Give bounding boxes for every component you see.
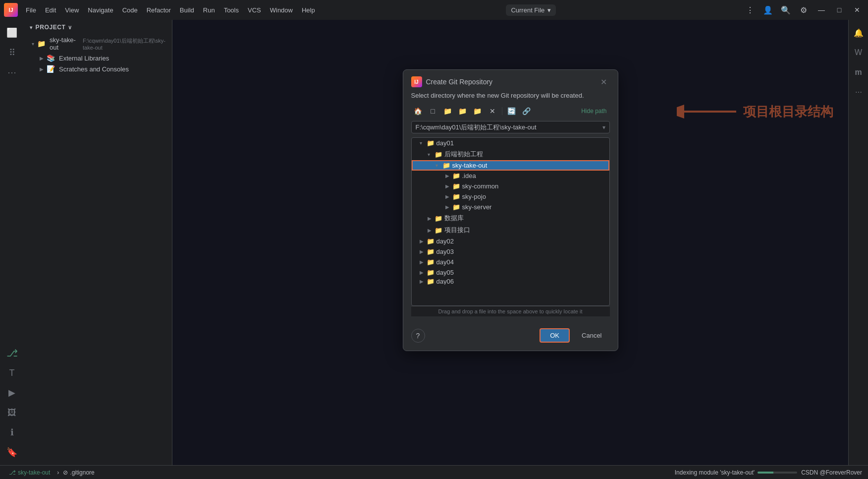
dialog-title-bar: IJ Create Git Repository ✕ [403, 70, 618, 92]
current-file-button[interactable]: Current File ▾ [506, 4, 556, 16]
toolbar-refresh-button[interactable]: 🔄 [505, 105, 519, 117]
right-more-icon[interactable]: ⋯ [850, 83, 868, 101]
menu-navigate[interactable]: Navigate [84, 4, 117, 16]
toolbar-new-folder-button[interactable]: 📁 [456, 105, 470, 117]
right-bar: 🔔 W m ⋯ [848, 20, 868, 465]
tree-item-day04[interactable]: ▶ 📁 day04 [412, 257, 609, 267]
sidebar-item-sky-take-out[interactable]: ▾ 📁 sky-take-out F:\cqwm\day01\后端初始工程\sk… [24, 35, 172, 53]
status-left: ⎇ sky-take-out › ⊘ .gitignore [6, 468, 95, 477]
menu-code[interactable]: Code [118, 4, 142, 16]
menu-right: ⋮ 👤 🔍 ⚙ — □ ✕ [743, 3, 864, 17]
cancel-button[interactable]: Cancel [574, 328, 609, 343]
toolbar-link-button[interactable]: 🔗 [520, 105, 534, 117]
tree-label-day06: day06 [436, 278, 454, 285]
folder-icon: 📁 [434, 151, 442, 158]
tree-item-interface[interactable]: ▶ 📁 项目接口 [412, 224, 609, 236]
tree-item-sky-common[interactable]: ▶ 📁 sky-common [412, 181, 609, 191]
right-maven-icon[interactable]: m [850, 63, 868, 81]
indexing-progress-bar [758, 472, 797, 474]
activity-preview-icon[interactable]: 🖼 [3, 404, 21, 421]
sidebar-header[interactable]: ▾ Project ∨ [24, 20, 172, 35]
ok-button[interactable]: OK [540, 328, 570, 343]
folder-icon: 📁 [452, 172, 460, 180]
tree-label-day03: day03 [436, 248, 454, 255]
tree-item-sky-pojo[interactable]: ▶ 📁 sky-pojo [412, 191, 609, 202]
tree-item-backend[interactable]: ▾ 📁 后端初始工程 [412, 148, 609, 160]
toolbar-folder-button[interactable]: 📁 [441, 105, 455, 117]
menu-help[interactable]: Help [298, 4, 319, 16]
activity-todo-icon[interactable]: T [3, 364, 21, 382]
activity-structure-icon[interactable]: ⠿ [3, 44, 21, 61]
folder-icon: 📁 [434, 227, 442, 234]
tree-item-database[interactable]: ▶ 📁 数据库 [412, 212, 609, 224]
search-icon[interactable]: 🔍 [779, 3, 793, 17]
menu-build[interactable]: Build [176, 4, 198, 16]
maximize-icon[interactable]: □ [832, 3, 846, 17]
more-icon[interactable]: ⋮ [743, 3, 757, 17]
path-dropdown-icon[interactable]: ▾ [602, 124, 605, 131]
menu-run[interactable]: Run [199, 4, 219, 16]
close-icon[interactable]: ✕ [850, 3, 864, 17]
path-input[interactable] [416, 123, 602, 131]
activity-problems-icon[interactable]: ℹ [3, 423, 21, 441]
right-libraries-icon[interactable]: W [850, 44, 868, 61]
sidebar-item-external-libraries[interactable]: ▶ 📚 External Libraries [24, 53, 172, 63]
help-button[interactable]: ? [411, 329, 425, 343]
chevron-down-icon: ▾ [32, 41, 34, 47]
menu-view[interactable]: View [61, 4, 83, 16]
tree-item-day06[interactable]: ▶ 📁 day06 [412, 278, 609, 285]
app-logo: IJ [4, 3, 18, 17]
menu-edit[interactable]: Edit [41, 4, 60, 16]
notifications-icon[interactable]: 🔔 [850, 24, 868, 42]
status-branch-item[interactable]: ⎇ sky-take-out [6, 468, 53, 477]
dialog-footer: ? OK Cancel [403, 324, 618, 351]
minimize-icon[interactable]: — [814, 3, 828, 17]
tree-item-idea[interactable]: ▶ 📁 .idea [412, 171, 609, 181]
tree-item-day02[interactable]: ▶ 📁 day02 [412, 236, 609, 246]
toolbar-desktop-button[interactable]: □ [426, 105, 440, 117]
drag-hint: Drag and drop a file into the space abov… [411, 306, 610, 316]
folder-icon: 📁 [427, 139, 434, 147]
menu-tools[interactable]: Tools [220, 4, 243, 16]
activity-bar: ⬜ ⠿ ⋯ ⎇ T ▶ 🖼 ℹ 🔖 [0, 20, 24, 465]
activity-bar-bottom: ⎇ T ▶ 🖼 ℹ 🔖 [3, 344, 21, 461]
tree-item-sky-server[interactable]: ▶ 📁 sky-server [412, 202, 609, 212]
tree-item-day01[interactable]: ▾ 📁 day01 [412, 138, 609, 148]
indexing-progress-fill [758, 472, 773, 474]
hide-path-button[interactable]: Hide path [578, 107, 609, 116]
folder-icon: 📁 [434, 215, 442, 222]
chevron-right-icon: ▶ [420, 279, 426, 284]
sidebar-item-scratches[interactable]: ▶ 📝 Scratches and Consoles [24, 63, 172, 74]
tree-item-day05[interactable]: ▶ 📁 day05 [412, 267, 609, 278]
activity-git-icon[interactable]: ⎇ [3, 344, 21, 362]
toolbar-add-folder-button[interactable]: 📁 [471, 105, 485, 117]
project-name-label: sky-take-out [50, 36, 79, 51]
menu-center: Current File ▾ [320, 4, 742, 16]
folder-icon: 📁 [427, 238, 434, 245]
activity-bookmark-icon[interactable]: 🔖 [3, 443, 21, 461]
path-input-wrap[interactable]: ▾ [411, 121, 610, 133]
activity-project-icon[interactable]: ⬜ [3, 24, 21, 42]
tree-item-sky-take-out[interactable]: ▾ 📁 sky-take-out [412, 160, 609, 171]
dialog-close-button[interactable]: ✕ [598, 76, 610, 88]
file-tree[interactable]: ▾ 📁 day01 ▾ 📁 后端初始工程 [411, 137, 610, 306]
account-icon[interactable]: 👤 [761, 3, 775, 17]
menu-window[interactable]: Window [266, 4, 297, 16]
menu-refactor[interactable]: Refactor [143, 4, 175, 16]
activity-run-icon[interactable]: ▶ [3, 384, 21, 402]
dialog-app-icon: IJ [411, 76, 422, 87]
toolbar-home-button[interactable]: 🏠 [411, 105, 425, 117]
tree-item-day03[interactable]: ▶ 📁 day03 [412, 246, 609, 257]
menu-vcs[interactable]: VCS [244, 4, 265, 16]
status-bar: ⎇ sky-take-out › ⊘ .gitignore Indexing m… [0, 465, 868, 479]
activity-more-icon[interactable]: ⋯ [3, 63, 21, 81]
menu-bar: IJ File Edit View Navigate Code Refactor… [0, 0, 868, 20]
tree-label-day05: day05 [436, 269, 454, 276]
menu-file[interactable]: File [22, 4, 40, 16]
settings-icon[interactable]: ⚙ [797, 3, 811, 17]
tree-label-day04: day04 [436, 258, 454, 266]
toolbar-delete-button[interactable]: ✕ [486, 105, 499, 117]
sidebar-project-label: Project [36, 24, 66, 31]
dialog-overlay: IJ Create Git Repository ✕ Select direct… [172, 20, 848, 465]
folder-icon: 📁 [452, 182, 460, 190]
